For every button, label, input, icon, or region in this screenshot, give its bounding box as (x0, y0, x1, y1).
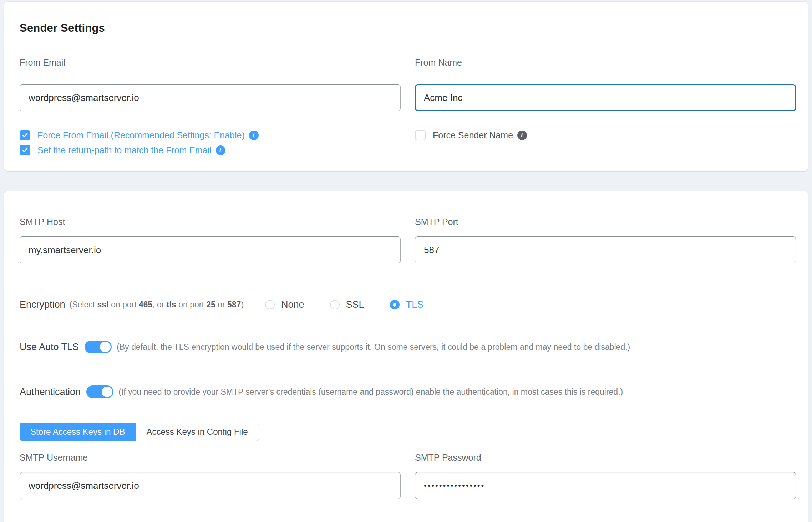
encryption-hint: (Select ssl on port 465, or tls on port … (70, 300, 244, 309)
auto-tls-label: Use Auto TLS (20, 342, 79, 353)
checkmark-icon (21, 147, 29, 154)
auto-tls-hint: (By default, the TLS encryption would be… (117, 342, 630, 352)
info-icon[interactable]: i (517, 130, 527, 140)
auto-tls-row: Use Auto TLS (By default, the TLS encryp… (20, 341, 796, 353)
toggle-knob (100, 342, 111, 352)
smtp-username-field-group: SMTP Username (20, 452, 401, 499)
force-sender-name-checkbox[interactable] (415, 130, 426, 140)
encryption-option-tls-label: TLS (406, 299, 424, 310)
authentication-hint: (If you need to provide your SMTP server… (118, 387, 623, 397)
encryption-radio-group: None SSL TLS (265, 299, 423, 310)
encryption-row: Encryption (Select ssl on port 465, or t… (20, 299, 796, 310)
from-email-field-group: From Email (20, 57, 401, 111)
tab-keys-in-config-file[interactable]: Access Keys in Config File (136, 423, 259, 441)
smtp-password-field-group: SMTP Password (415, 452, 796, 499)
info-icon[interactable]: i (216, 145, 225, 155)
encryption-radio-tls[interactable]: TLS (390, 299, 424, 310)
smtp-port-field-group: SMTP Port (415, 217, 796, 263)
authentication-toggle[interactable] (86, 385, 113, 398)
smtp-username-label: SMTP Username (20, 452, 401, 463)
force-from-email-label: Force From Email (Recommended Settings: … (37, 130, 245, 140)
tab-store-keys-in-db[interactable]: Store Access Keys in DB (20, 423, 136, 441)
return-path-label: Set the return-path to match the From Em… (37, 145, 212, 155)
from-name-field-group: From Name (415, 57, 796, 111)
encryption-option-none-label: None (281, 299, 304, 310)
from-name-input[interactable] (415, 84, 796, 111)
encryption-radio-ssl[interactable]: SSL (330, 299, 364, 310)
sender-settings-title: Sender Settings (20, 22, 796, 35)
encryption-radio-none[interactable]: None (265, 299, 304, 310)
smtp-settings-card: SMTP Host SMTP Port Encryption (Select s… (4, 191, 808, 522)
sender-settings-card: Sender Settings From Email From Name For… (4, 2, 808, 171)
smtp-password-label: SMTP Password (415, 452, 796, 463)
smtp-password-input[interactable] (415, 472, 796, 499)
from-email-options: Force From Email (Recommended Settings: … (20, 130, 401, 155)
key-storage-tabs: Store Access Keys in DB Access Keys in C… (20, 423, 259, 441)
smtp-port-input[interactable] (415, 236, 796, 263)
checkmark-icon (21, 132, 29, 139)
authentication-row: Authentication (If you need to provide y… (20, 385, 796, 398)
smtp-username-input[interactable] (20, 472, 401, 499)
authentication-label: Authentication (20, 387, 81, 398)
from-email-label: From Email (20, 57, 401, 68)
auto-tls-toggle[interactable] (85, 341, 112, 353)
force-sender-name-label: Force Sender Name (433, 130, 513, 140)
force-from-email-checkbox[interactable] (20, 130, 30, 140)
return-path-checkbox[interactable] (20, 145, 30, 155)
toggle-knob (102, 387, 112, 397)
force-from-email-checkbox-row[interactable]: Force From Email (Recommended Settings: … (20, 130, 401, 140)
from-email-input[interactable] (20, 84, 401, 111)
smtp-host-input[interactable] (20, 236, 401, 263)
smtp-host-label: SMTP Host (20, 217, 401, 227)
force-sender-name-checkbox-row[interactable]: Force Sender Name i (415, 130, 796, 140)
info-icon[interactable]: i (249, 130, 259, 140)
smtp-host-field-group: SMTP Host (20, 217, 401, 263)
from-name-options: Force Sender Name i (415, 130, 796, 155)
smtp-port-label: SMTP Port (415, 217, 796, 227)
encryption-label: Encryption (20, 299, 65, 310)
return-path-checkbox-row[interactable]: Set the return-path to match the From Em… (20, 145, 401, 155)
radio-icon[interactable] (390, 300, 400, 309)
radio-icon[interactable] (265, 300, 275, 309)
radio-icon[interactable] (330, 300, 340, 309)
encryption-option-ssl-label: SSL (346, 299, 364, 310)
from-name-label: From Name (415, 57, 796, 68)
